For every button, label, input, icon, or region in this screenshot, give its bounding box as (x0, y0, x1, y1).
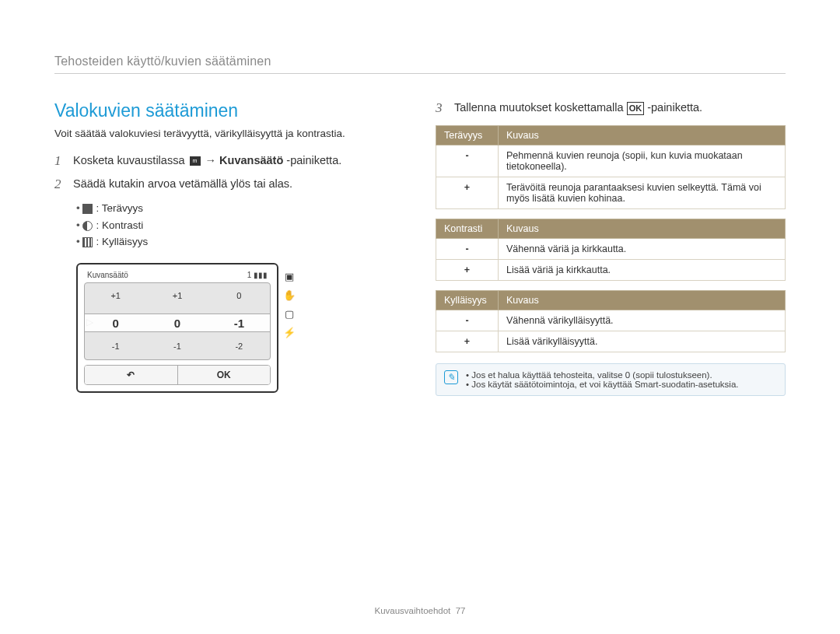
step-number: 2 (54, 177, 65, 192)
device-screenshot: Kuvansäätö 1 ▮▮▮ +1 . -1 +1 . -1 (76, 263, 278, 393)
grip-icon: ✋ (283, 289, 296, 300)
th-saturation: Kylläisyys (436, 291, 499, 310)
intro-text: Voit säätää valokuviesi terävyyttä, väri… (54, 128, 404, 139)
table-contrast: KontrastiKuvaus -Vähennä väriä ja kirkka… (436, 219, 786, 281)
step-3-text: Tallenna muutokset koskettamalla OK -pai… (454, 100, 786, 116)
back-button[interactable]: ↶ (85, 366, 178, 384)
sharpness-icon (82, 204, 93, 214)
th-desc: Kuvaus (499, 291, 786, 310)
right-column: 3 Tallenna muutokset koskettamalla OK -p… (436, 100, 786, 396)
th-desc: Kuvaus (499, 126, 786, 145)
note-item: Jos käytät säätötoimintoja, et voi käytt… (466, 380, 738, 389)
note-icon: ✎ (444, 370, 458, 384)
battery-icon: ▮▮▮ (254, 271, 268, 279)
device-side-icons: ▣ ✋ ▢ ⚡ (283, 271, 296, 338)
th-desc: Kuvaus (499, 219, 786, 239)
th-contrast: Kontrasti (436, 219, 499, 239)
step-number: 3 (436, 100, 446, 116)
table-saturation: KylläisyysKuvaus -Vähennä värikylläisyyt… (436, 290, 786, 352)
selected-values-row: 0 0 -1 (85, 313, 270, 332)
bullet-saturation: : Kylläisyys (76, 233, 404, 250)
ok-inline-icon: OK (627, 102, 645, 115)
flash-icon: ⚡ (283, 327, 296, 338)
note-item: Jos et halua käyttää tehosteita, valitse… (466, 370, 738, 380)
saturation-icon (82, 237, 93, 247)
breadcrumb: Tehosteiden käyttö/kuvien säätäminen (54, 54, 786, 74)
bullet-contrast: : Kontrasti (76, 217, 404, 234)
ok-button[interactable]: OK (178, 366, 271, 384)
mode-icon: ▣ (283, 271, 296, 282)
device-title: Kuvansäätö (87, 271, 128, 279)
th-sharpness: Terävyys (436, 126, 499, 145)
step-2: 2 Säädä kutakin arvoa vetämällä ylös tai… (54, 177, 404, 192)
step-1: 1 Kosketa kuvaustilassa m → Kuvansäätö -… (54, 153, 404, 169)
device-counter: 1 (247, 271, 252, 279)
step-number: 1 (54, 153, 65, 169)
menu-icon: m (190, 156, 201, 166)
bullet-sharpness: : Terävyys (76, 200, 404, 217)
note-box: ✎ Jos et halua käyttää tehosteita, valit… (436, 363, 786, 396)
step-1-text: Kosketa kuvaustilassa m → Kuvansäätö -pa… (73, 153, 404, 169)
step-3: 3 Tallenna muutokset koskettamalla OK -p… (436, 100, 786, 116)
contrast-icon (82, 221, 93, 231)
adjust-bullets: : Terävyys : Kontrasti : Kylläisyys (76, 200, 404, 250)
left-column: Valokuvien säätäminen Voit säätää valoku… (54, 100, 404, 396)
thumb-icon: ▢ (283, 308, 296, 319)
page-footer: Kuvausvaihtoehdot 77 (0, 606, 840, 615)
step-2-text: Säädä kutakin arvoa vetämällä ylös tai a… (73, 177, 404, 192)
section-title: Valokuvien säätäminen (54, 100, 404, 121)
table-sharpness: TerävyysKuvaus -Pehmennä kuvien reunoja … (436, 125, 786, 209)
slider-area[interactable]: +1 . -1 +1 . -1 0 . -2 (84, 282, 271, 360)
